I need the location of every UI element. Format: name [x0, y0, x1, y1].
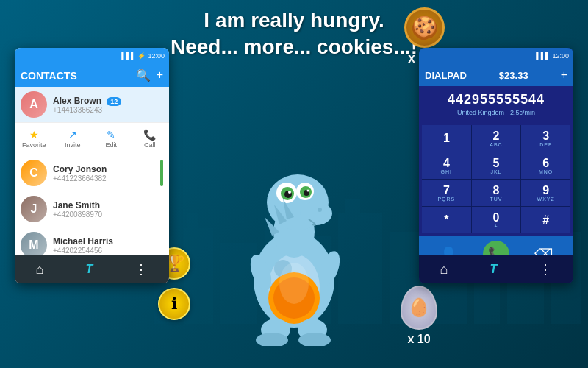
key-9[interactable]: 9 WXYZ	[521, 180, 570, 206]
key-2[interactable]: 2 ABC	[472, 125, 521, 152]
action-call-label: Call	[144, 141, 156, 149]
svg-rect-3	[187, 213, 198, 228]
dialpad-title: DIALPAD	[425, 70, 467, 81]
share-icon: ↗	[68, 129, 77, 141]
signal-icon: ▌▌▌	[121, 52, 135, 60]
contact-phone-michael-harris: +44202254456	[53, 247, 163, 255]
key-8[interactable]: 8 TUV	[472, 180, 521, 206]
action-favorite[interactable]: ★ Favorite	[15, 126, 54, 152]
left-phone-nav: ⌂ T ⋮	[15, 255, 169, 283]
action-call[interactable]: 📞 Call	[131, 126, 170, 152]
right-status-icons: ▌▌▌ 12:00	[536, 52, 569, 60]
key-4[interactable]: 4 GHI	[422, 152, 471, 179]
main-text-line1: I am really hungry.	[147, 7, 441, 34]
dinosaur-character	[220, 140, 368, 346]
key-star[interactable]: *	[422, 207, 471, 233]
contact-info-michael-harris: Michael Harris +44202254456	[53, 236, 163, 255]
info-button[interactable]: ℹ	[158, 288, 190, 320]
egg-icon: 🥚	[401, 286, 437, 330]
action-favorite-label: Favorite	[22, 141, 46, 149]
dialpad-add-button[interactable]: +	[561, 68, 567, 82]
right-phone-dialpad: ▌▌▌ 12:00 DIALPAD $23.33 + 442955555544 …	[419, 48, 573, 283]
avatar-michael-harris: M	[21, 232, 47, 258]
egg-counter: 🥚 x 10	[401, 286, 437, 346]
key-7[interactable]: 7 PQRS	[422, 180, 471, 206]
avatar-cory-jonson: C	[21, 160, 47, 186]
svg-point-21	[318, 208, 322, 212]
wifi-icon: ⚡	[137, 52, 146, 60]
right-nav-app-icon[interactable]: T	[490, 263, 498, 276]
action-invite-label: Invite	[65, 141, 81, 149]
contact-name-jane-smith: Jane Smith	[53, 200, 163, 210]
cookie-icon: 🍪	[404, 7, 445, 48]
phone-number-display: 442955555544 United Kingdom - 2.5c/min	[419, 86, 573, 122]
phone-number: 442955555544	[425, 92, 567, 107]
key-hash[interactable]: #	[521, 207, 570, 233]
avatar-jane-smith: J	[21, 196, 47, 222]
add-contact-icon[interactable]: +	[157, 68, 163, 82]
svg-point-29	[307, 190, 309, 192]
svg-point-28	[288, 191, 291, 194]
edit-icon: ✎	[107, 129, 115, 141]
right-signal-icon: ▌▌▌	[536, 52, 550, 60]
main-text-line2: Need... more... cookies...!	[147, 34, 441, 60]
right-time-display: 12:00	[552, 52, 569, 60]
key-5[interactable]: 5 JKL	[472, 152, 521, 179]
keypad: 1 2 ABC 3 DEF 4 GHI 5 JKL 6 MNO 7 PQRS	[422, 125, 570, 233]
right-nav-menu-icon[interactable]: ⋮	[539, 261, 552, 277]
nav-app-icon[interactable]: T	[86, 263, 93, 276]
contact-name-michael-harris: Michael Harris	[53, 236, 163, 247]
online-indicator-cory-jonson	[160, 160, 163, 186]
contact-info-cory-jonson: Cory Jonson +441223664382	[53, 164, 157, 183]
contact-item-alex-brown[interactable]: A Alex Brown 12 +14413366243	[15, 87, 169, 123]
contacts-title: CONTACTS	[21, 70, 77, 82]
key-0[interactable]: 0 +	[472, 207, 521, 233]
search-icon[interactable]: 🔍	[136, 68, 151, 82]
svg-point-20	[300, 202, 332, 225]
contact-phone-alex-brown: +14413366243	[53, 106, 163, 114]
right-nav-home-icon[interactable]: ⌂	[440, 262, 448, 277]
main-text-container: I am really hungry. Need... more... cook…	[147, 7, 441, 61]
left-status-icons: ▌▌▌ ⚡ 12:00	[121, 52, 165, 60]
contact-phone-jane-smith: +44200898970	[53, 210, 163, 219]
svg-point-44	[279, 263, 309, 304]
contact-item-jane-smith[interactable]: J Jane Smith +44200898970	[15, 191, 169, 227]
contact-item-cory-jonson[interactable]: C Cory Jonson +441223664382	[15, 155, 169, 191]
dialpad-header: DIALPAD $23.33 +	[419, 64, 573, 86]
call-icon: 📞	[143, 129, 156, 141]
right-phone-nav: ⌂ T ⋮	[419, 255, 573, 283]
left-phone-contacts: ▌▌▌ ⚡ 12:00 CONTACTS 🔍 + A Alex Brown 12…	[15, 48, 169, 283]
key-1[interactable]: 1	[422, 125, 471, 152]
action-invite[interactable]: ↗ Invite	[54, 126, 93, 152]
contact-phone-cory-jonson: +441223664382	[53, 174, 157, 183]
right-status-bar: ▌▌▌ 12:00	[419, 48, 573, 64]
star-icon: ★	[29, 129, 39, 141]
contact-name-alex-brown: Alex Brown 12	[53, 96, 163, 106]
key-3[interactable]: 3 DEF	[521, 125, 570, 152]
contact-info-alex-brown: Alex Brown 12 +14413366243	[53, 96, 163, 114]
contacts-header-icons: 🔍 +	[136, 68, 163, 82]
nav-home-icon[interactable]: ⌂	[36, 262, 44, 277]
contacts-header: CONTACTS 🔍 +	[15, 64, 169, 87]
action-edit-label: Edit	[105, 141, 117, 149]
dialpad-balance: $23.33	[499, 70, 528, 81]
contact-badge-alex-brown: 12	[107, 97, 121, 106]
egg-count: x 10	[407, 333, 430, 346]
contact-action-bar: ★ Favorite ↗ Invite ✎ Edit 📞 Call	[15, 123, 169, 155]
info-icon: ℹ	[171, 294, 177, 314]
contact-info-jane-smith: Jane Smith +44200898970	[53, 200, 163, 219]
nav-menu-icon[interactable]: ⋮	[135, 261, 148, 277]
contact-name-cory-jonson: Cory Jonson	[53, 164, 157, 174]
avatar-alex-brown: A	[21, 91, 47, 118]
left-status-bar: ▌▌▌ ⚡ 12:00	[15, 48, 169, 64]
phone-location: United Kingdom - 2.5c/min	[425, 109, 567, 116]
action-edit[interactable]: ✎ Edit	[92, 126, 131, 152]
key-6[interactable]: 6 MNO	[521, 152, 570, 179]
time-display: 12:00	[148, 52, 165, 60]
